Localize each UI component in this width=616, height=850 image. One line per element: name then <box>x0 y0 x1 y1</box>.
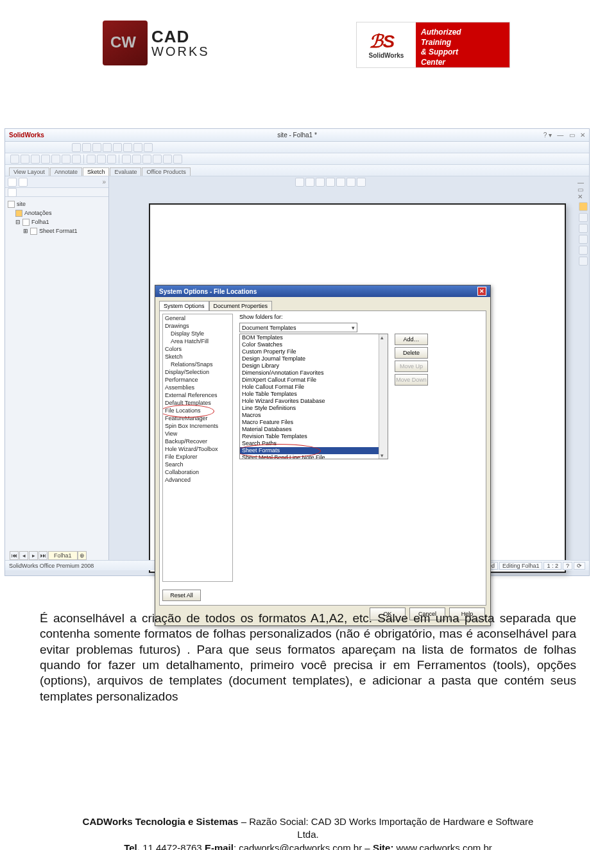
folder-item[interactable]: Hole Callout Format File <box>240 384 388 391</box>
ribbon-tabs[interactable]: View Layout Annotate Sketch Evaluate Off… <box>5 165 589 176</box>
option-item[interactable]: Assemblies <box>163 384 232 391</box>
folder-list[interactable]: BOM TemplatesColor SwatchesCustom Proper… <box>239 334 388 459</box>
prev-sheet-icon[interactable]: ◂ <box>19 551 28 560</box>
option-item[interactable]: Drawings <box>163 322 232 330</box>
folder-item[interactable]: Revision Table Templates <box>240 433 388 440</box>
dim-icon[interactable] <box>163 155 172 164</box>
tab-sketch[interactable]: Sketch <box>83 167 110 176</box>
option-item[interactable]: Collaboration <box>163 468 232 476</box>
home-icon[interactable] <box>579 202 588 211</box>
tree-item[interactable]: Folha1 <box>31 219 49 225</box>
option-item[interactable]: Sketch <box>163 353 232 361</box>
section-icon[interactable] <box>346 178 355 187</box>
scrollbar[interactable] <box>379 334 388 459</box>
tab-viewlayout[interactable]: View Layout <box>9 167 49 176</box>
pm-icon[interactable] <box>19 178 28 187</box>
folder-item[interactable]: Hole Wizard Favorites Database <box>240 398 388 405</box>
option-item[interactable]: General <box>163 314 232 322</box>
save-icon[interactable] <box>92 143 101 152</box>
print-icon[interactable] <box>103 143 112 152</box>
zoom-prev-icon[interactable] <box>316 178 325 187</box>
delete-button[interactable]: Delete <box>395 347 428 359</box>
redo-icon[interactable] <box>123 143 132 152</box>
option-item[interactable]: View <box>163 430 232 438</box>
add-button[interactable]: Add… <box>395 334 428 345</box>
offset-icon[interactable] <box>107 155 116 164</box>
option-item[interactable]: File Locations <box>163 407 232 414</box>
tree-item[interactable]: Anotações <box>24 210 52 216</box>
grid-icon[interactable] <box>153 155 162 164</box>
main-toolbar[interactable] <box>5 142 589 153</box>
convert-icon[interactable] <box>97 155 106 164</box>
option-item[interactable]: Search <box>163 461 232 468</box>
spline-icon[interactable] <box>51 155 60 164</box>
pattern-icon[interactable] <box>132 155 141 164</box>
zoom-area-icon[interactable] <box>305 178 314 187</box>
sheet-tab[interactable]: Folha1 <box>48 551 78 560</box>
tab-annotate[interactable]: Annotate <box>50 167 82 176</box>
explorer-icon[interactable] <box>579 224 588 233</box>
relation-icon[interactable] <box>173 155 182 164</box>
folder-item[interactable]: Color Swatches <box>240 341 388 348</box>
folder-item[interactable]: Design Library <box>240 362 388 370</box>
palette-icon[interactable] <box>579 246 588 255</box>
line-icon[interactable] <box>10 155 19 164</box>
option-item[interactable]: Area Hatch/Fill <box>163 337 232 345</box>
add-sheet-icon[interactable]: ⊕ <box>78 551 87 560</box>
option-item[interactable]: Performance <box>163 376 232 384</box>
search-icon[interactable] <box>579 235 588 244</box>
tab-system-options[interactable]: System Options <box>159 301 209 310</box>
status-help-icon[interactable]: ? <box>563 562 572 570</box>
folder-item[interactable]: Dimension/Annotation Favorites <box>240 370 388 377</box>
folder-item[interactable]: Macros <box>240 412 388 419</box>
reset-all-button[interactable]: Reset All <box>162 590 201 601</box>
display-icon[interactable] <box>336 178 345 187</box>
tree-item[interactable]: Sheet Format1 <box>39 228 78 234</box>
window-controls[interactable]: ? ▾ — ▭ ✕ <box>543 132 585 139</box>
status-rebuild-icon[interactable]: ⟳ <box>574 562 585 570</box>
fm-icon[interactable] <box>8 178 17 187</box>
task-pane[interactable]: — ▭ ✕ <box>578 176 589 570</box>
show-folders-combo[interactable]: Document Templates <box>239 323 357 332</box>
select-icon[interactable] <box>133 143 142 152</box>
circle-icon[interactable] <box>31 155 40 164</box>
option-item[interactable]: Backup/Recover <box>163 438 232 445</box>
next-sheet-icon[interactable]: ▸ <box>29 551 38 560</box>
open-icon[interactable] <box>82 143 91 152</box>
folder-item[interactable]: BOM Templates <box>240 334 388 341</box>
zoom-fit-icon[interactable] <box>295 178 304 187</box>
rect-icon[interactable] <box>21 155 30 164</box>
text-icon[interactable] <box>142 155 151 164</box>
folder-item[interactable]: Hole Table Templates <box>240 391 388 398</box>
rotate-icon[interactable] <box>326 178 335 187</box>
view-toolbar[interactable] <box>295 178 366 187</box>
option-item[interactable]: Display Style <box>163 330 232 337</box>
undo-icon[interactable] <box>113 143 122 152</box>
tab-office[interactable]: Office Products <box>142 167 190 176</box>
arc-icon[interactable] <box>41 155 50 164</box>
option-item[interactable]: File Explorer <box>163 453 232 461</box>
dialog-titlebar[interactable]: System Options - File Locations ✕ <box>155 285 490 297</box>
tab-evaluate[interactable]: Evaluate <box>110 167 141 176</box>
folder-item[interactable]: Sheet Formats <box>240 447 388 454</box>
move-down-button[interactable]: Move Down <box>395 374 428 386</box>
library-icon[interactable] <box>579 213 588 222</box>
option-item[interactable]: Advanced <box>163 476 232 484</box>
fillet-icon[interactable] <box>62 155 71 164</box>
options-category-list[interactable]: GeneralDrawingsDisplay StyleArea Hatch/F… <box>162 314 233 582</box>
option-item[interactable]: External References <box>163 391 232 399</box>
move-up-button[interactable]: Move Up <box>395 361 428 372</box>
dialog-tabs[interactable]: System Options Document Properties <box>159 301 486 310</box>
tab-doc-properties[interactable]: Document Properties <box>209 301 273 310</box>
option-item[interactable]: Colors <box>163 345 232 353</box>
new-icon[interactable] <box>72 143 81 152</box>
filter-icon[interactable] <box>8 188 17 197</box>
sheet-tabs[interactable]: ⏮ ◂ ▸ ⏭ Folha1 ⊕ <box>10 551 87 560</box>
close-icon[interactable]: ✕ <box>477 287 486 296</box>
collapse-icon[interactable]: » <box>102 178 106 185</box>
folder-item[interactable]: Line Style Definitions <box>240 405 388 412</box>
option-item[interactable]: Relations/Snaps <box>163 361 232 368</box>
folder-item[interactable]: Material Databases <box>240 426 388 433</box>
folder-item[interactable]: Custom Property File <box>240 348 388 355</box>
hidden-icon[interactable] <box>357 178 366 187</box>
